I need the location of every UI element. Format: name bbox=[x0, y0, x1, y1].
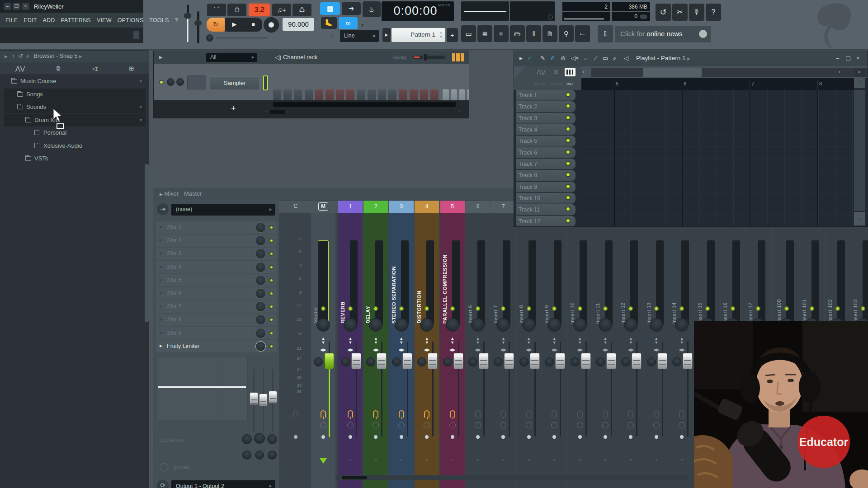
volume-fader[interactable] bbox=[530, 353, 540, 369]
tree-item-drum-kits[interactable]: Drum Kits▼ bbox=[4, 114, 146, 127]
play-button[interactable]: ▶ bbox=[225, 18, 244, 32]
stereo-arrows-icon[interactable]: ▲▼ bbox=[568, 337, 592, 345]
rack-layout-icon[interactable] bbox=[452, 53, 464, 61]
step-button-15[interactable] bbox=[420, 89, 428, 102]
playlist-track-9[interactable]: Track 9 bbox=[516, 182, 576, 192]
rack-scroll-track[interactable] bbox=[273, 102, 456, 107]
route-arrow-icon[interactable]: ⌃ bbox=[542, 458, 566, 464]
strip-pan-knob[interactable] bbox=[316, 318, 330, 332]
slot-mix-knob[interactable] bbox=[255, 222, 266, 233]
strip-pan-knob[interactable] bbox=[496, 318, 510, 332]
strip-pan-knob[interactable] bbox=[420, 318, 434, 332]
eq-knob-6[interactable] bbox=[268, 450, 277, 460]
pl-scroll-right[interactable]: › bbox=[839, 69, 840, 75]
rack-scroll-left[interactable]: ‹ bbox=[265, 108, 267, 113]
strip-enable-led[interactable] bbox=[654, 306, 659, 311]
route-arrow-icon[interactable]: ⌃ bbox=[389, 458, 414, 464]
playlist-close[interactable]: × bbox=[856, 55, 860, 61]
menu-help[interactable]: ? bbox=[175, 17, 178, 23]
stereo-arrows-icon[interactable]: ▲▼ bbox=[311, 337, 335, 345]
slot-enable-led[interactable] bbox=[269, 239, 274, 243]
zoom-icon[interactable]: ⌕ bbox=[613, 55, 616, 62]
strip-header-1[interactable]: 1 bbox=[338, 201, 363, 213]
select-dot[interactable] bbox=[604, 435, 607, 439]
pan-arrows-icon[interactable]: ◀▶ bbox=[415, 347, 439, 352]
strip-sep-knob[interactable] bbox=[443, 357, 452, 366]
master-pitch-slider[interactable] bbox=[197, 11, 199, 43]
step-button-10[interactable] bbox=[368, 89, 376, 102]
mixer-scroll-track[interactable] bbox=[335, 475, 688, 480]
route-arrow-icon[interactable]: ⌃ bbox=[491, 458, 515, 464]
record-audio-button[interactable]: 🎙 bbox=[689, 4, 704, 21]
strip-pan-knob[interactable] bbox=[650, 318, 663, 332]
menu-patterns[interactable]: PATTERNS bbox=[61, 17, 90, 23]
strip-enable-led[interactable] bbox=[603, 306, 608, 311]
menu-tools[interactable]: TOOLS bbox=[149, 17, 169, 23]
pedal-button[interactable]: ♨ bbox=[363, 1, 381, 17]
pan-arrows-icon[interactable]: ◀▶ bbox=[593, 347, 618, 352]
toggle-pill[interactable] bbox=[640, 14, 647, 19]
slot-enable-led[interactable] bbox=[269, 265, 274, 269]
strip-sep-knob[interactable] bbox=[621, 357, 630, 366]
step-button-8[interactable] bbox=[346, 89, 354, 102]
loop-record-mode-button[interactable]: ♺ bbox=[292, 4, 311, 16]
fx-mic-icon[interactable] bbox=[526, 410, 532, 418]
menu-file[interactable]: FILE bbox=[5, 17, 18, 23]
playlist-track-11[interactable]: Track 11 bbox=[516, 204, 576, 215]
expand-chevron-icon[interactable]: ▼ bbox=[139, 114, 143, 126]
strip-header-4[interactable]: 4 bbox=[415, 201, 439, 213]
route-arrow-icon[interactable]: ⌃ bbox=[568, 458, 592, 464]
fx-mic-icon[interactable] bbox=[348, 410, 353, 418]
pan-arrows-icon[interactable]: ◀▶ bbox=[311, 347, 335, 352]
playlist-maximize[interactable]: ▢ bbox=[845, 55, 851, 61]
track-mute-led[interactable] bbox=[566, 195, 571, 200]
pan-arrows-icon[interactable]: ◀▶ bbox=[644, 347, 669, 352]
track-mute-led[interactable] bbox=[566, 218, 571, 223]
fx-mic-icon[interactable] bbox=[679, 410, 684, 418]
tree-item-sounds[interactable]: Sounds▼ bbox=[4, 101, 146, 113]
file-icon[interactable]: 🗎 bbox=[56, 65, 61, 72]
playlist-ruler[interactable]: 5678 bbox=[581, 78, 854, 90]
pan-arrows-icon[interactable]: ◀▶ bbox=[542, 347, 566, 352]
step-button-16[interactable] bbox=[430, 89, 439, 102]
volume-fader[interactable] bbox=[632, 353, 642, 369]
playlist-track-1[interactable]: Track 1 bbox=[516, 90, 576, 101]
strip-enable-led[interactable] bbox=[527, 306, 531, 311]
select-dot[interactable] bbox=[578, 435, 582, 439]
stereo-arrows-icon[interactable]: ▲▼ bbox=[593, 337, 618, 345]
volume-fader[interactable] bbox=[324, 353, 334, 369]
strip-sep-knob[interactable] bbox=[596, 357, 605, 366]
select-dot[interactable] bbox=[349, 435, 352, 439]
stereo-arrows-icon[interactable]: ▲▼ bbox=[542, 337, 566, 345]
step-button-9[interactable] bbox=[357, 89, 365, 102]
pan-arrows-icon[interactable]: ◀▶ bbox=[466, 347, 490, 352]
oscilloscope-right[interactable] bbox=[510, 1, 555, 21]
master-volume-slider[interactable] bbox=[187, 5, 189, 43]
route-arrow-icon[interactable]: ⌃ bbox=[517, 458, 541, 464]
mixer-strip-insert-9[interactable]: Insert 9▲▼◀▶⌃ bbox=[542, 213, 566, 488]
mixer-strip-distortion[interactable]: DISTORTION▲▼◀▶⌃ bbox=[415, 213, 439, 488]
eq-knob-4[interactable] bbox=[242, 450, 251, 460]
playlist-track-6[interactable]: Track 6 bbox=[516, 147, 576, 158]
track-mute-led[interactable] bbox=[566, 103, 571, 108]
select-dot[interactable] bbox=[476, 435, 480, 439]
select-dot[interactable] bbox=[552, 435, 556, 439]
wait-for-input-button[interactable]: ⏱ bbox=[227, 4, 246, 16]
strip-pan-knob[interactable] bbox=[522, 318, 536, 332]
track-mute-led[interactable] bbox=[566, 206, 571, 211]
step-button-18[interactable] bbox=[451, 89, 457, 101]
volume-fader[interactable] bbox=[351, 353, 361, 369]
strip-header-7[interactable]: 7 bbox=[491, 201, 515, 213]
track-mute-led[interactable] bbox=[566, 161, 571, 166]
tree-item-music-course[interactable]: Music Course▼ bbox=[4, 75, 146, 88]
fx-slot-8[interactable]: Slot 8▶ bbox=[156, 314, 277, 326]
stereo-arrows-icon[interactable]: ▲▼ bbox=[338, 337, 363, 345]
strip-sep-knob[interactable] bbox=[417, 357, 426, 366]
stereo-arrows-icon[interactable]: ▲▼ bbox=[670, 337, 694, 345]
tree-item-personal[interactable]: Personal bbox=[4, 127, 146, 139]
switch-mixer-icon[interactable]: ‖ bbox=[526, 25, 541, 42]
strip-enable-led[interactable] bbox=[835, 306, 840, 311]
slot-mix-knob[interactable] bbox=[255, 249, 266, 259]
pl-dot-button[interactable] bbox=[854, 68, 865, 77]
mixer-strip-insert-12[interactable]: Insert 12▲▼◀▶⌃ bbox=[618, 213, 643, 488]
